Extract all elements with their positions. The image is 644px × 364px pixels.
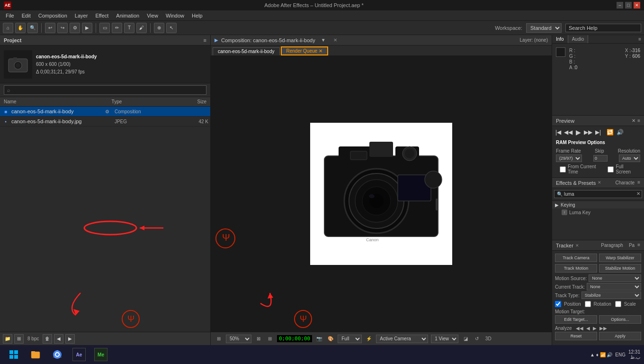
close-button[interactable]: ✕ bbox=[634, 2, 640, 9]
preview-close-btn[interactable]: ✕ bbox=[632, 118, 635, 123]
new-comp-btn[interactable]: ⊞ bbox=[14, 334, 24, 344]
reset-button[interactable]: Reset bbox=[555, 332, 597, 340]
play-btn[interactable]: ▶ bbox=[574, 128, 582, 136]
apply-button[interactable]: Apply bbox=[599, 332, 641, 340]
comp-header-arrow[interactable]: ▼ bbox=[321, 37, 326, 43]
menu-window[interactable]: Window bbox=[162, 12, 188, 19]
track-motion-button[interactable]: Track Motion bbox=[555, 264, 597, 273]
tab-audio[interactable]: Audio bbox=[568, 35, 589, 43]
from-current-time-checkbox[interactable] bbox=[560, 166, 566, 173]
tracker-menu-btn[interactable]: ≡ bbox=[637, 242, 640, 248]
current-track-select[interactable]: None bbox=[587, 283, 641, 291]
loop-btn[interactable]: 🔁 bbox=[606, 128, 614, 136]
track-type-select[interactable]: Stabilize bbox=[581, 291, 641, 299]
comp-aspect-btn[interactable]: ⊠ bbox=[254, 335, 263, 343]
menu-layer[interactable]: Layer bbox=[71, 12, 92, 19]
after-effects-btn[interactable]: Ae bbox=[69, 346, 89, 363]
toolbar-anchor[interactable]: ⊕ bbox=[154, 23, 164, 33]
search-help-input[interactable] bbox=[565, 24, 641, 32]
toolbar-selection[interactable]: ↖ bbox=[166, 23, 177, 33]
info-panel-menu[interactable]: ≡ bbox=[635, 35, 644, 43]
step-fwd-btn[interactable]: ▶▶ bbox=[584, 128, 592, 136]
luma-key-effect[interactable]: f Luma Key bbox=[552, 209, 644, 216]
new-folder-btn[interactable]: 📁 bbox=[3, 334, 12, 344]
rotation-checkbox[interactable] bbox=[585, 301, 591, 307]
skip-input[interactable] bbox=[593, 155, 608, 162]
toolbar-text[interactable]: T bbox=[124, 23, 134, 33]
resolution-select[interactable]: Auto Full Half bbox=[619, 155, 640, 162]
toolbar-rect[interactable]: ▭ bbox=[99, 23, 110, 33]
options-button[interactable]: Options... bbox=[599, 315, 641, 324]
tab-comp-main[interactable]: canon-eos-5d-mark-ii-body bbox=[213, 47, 280, 55]
workspace-select[interactable]: Standard bbox=[526, 23, 562, 33]
audio-btn[interactable]: 🔊 bbox=[616, 128, 624, 136]
preview-menu-btn[interactable]: ≡ bbox=[637, 118, 640, 123]
full-screen-checkbox[interactable] bbox=[608, 166, 614, 173]
menu-effect[interactable]: Effect bbox=[91, 12, 112, 19]
toolbar-render[interactable]: ▶ bbox=[82, 23, 92, 33]
project-search-input[interactable] bbox=[4, 85, 206, 95]
view-select[interactable]: Active Camera bbox=[376, 335, 428, 343]
color-mgmt-btn[interactable]: 🎨 bbox=[326, 335, 335, 343]
menu-help[interactable]: Help bbox=[188, 12, 206, 19]
effects-menu-btn[interactable]: ≡ bbox=[637, 180, 640, 186]
menu-edit[interactable]: Edit bbox=[18, 12, 35, 19]
project-panel-menu-icon[interactable]: ≡ bbox=[204, 37, 206, 43]
scale-checkbox[interactable] bbox=[615, 301, 621, 307]
edit-target-button[interactable]: Edit Target... bbox=[555, 315, 597, 324]
reset-exposure-btn[interactable]: ↺ bbox=[473, 335, 481, 343]
analyze-fwd-one-icon[interactable]: ▶ bbox=[593, 326, 597, 331]
paragraph-tab[interactable]: Paragraph bbox=[599, 242, 625, 248]
fit-to-comp-btn[interactable]: ⊞ bbox=[215, 335, 223, 343]
goto-end-btn[interactable]: ▶| bbox=[594, 128, 602, 136]
step-back-btn[interactable]: ◀◀ bbox=[564, 128, 572, 136]
quality-select[interactable]: Full Half Third bbox=[338, 335, 362, 343]
menu-composition[interactable]: Composition bbox=[35, 12, 71, 19]
fast-preview-btn[interactable]: ⚡ bbox=[365, 335, 373, 343]
warp-stabilizer-button[interactable]: Warp Stabilizer bbox=[599, 254, 641, 262]
motion-source-select[interactable]: None bbox=[589, 274, 641, 282]
prev-btn-proj[interactable]: ◀ bbox=[54, 334, 63, 344]
3d-btn[interactable]: 3D bbox=[484, 335, 492, 343]
tab-info[interactable]: Info bbox=[552, 35, 568, 43]
menu-animation[interactable]: Animation bbox=[112, 12, 143, 19]
table-row[interactable]: ▪ canon-eos-5d-mark-ii-body.jpg JPEG 42 … bbox=[0, 117, 210, 127]
toolbar-settings[interactable]: ⚙ bbox=[70, 23, 80, 33]
menu-view[interactable]: View bbox=[143, 12, 162, 19]
toolbar-paint[interactable]: 🖌 bbox=[136, 23, 147, 33]
character-tab[interactable]: Characte bbox=[614, 180, 637, 186]
toolbar-redo[interactable]: ↪ bbox=[57, 23, 68, 33]
maximize-button[interactable]: □ bbox=[625, 2, 632, 9]
next-btn-proj[interactable]: ▶ bbox=[65, 334, 75, 344]
effects-search-input[interactable] bbox=[554, 190, 642, 198]
effects-close-btn[interactable]: ✕ bbox=[598, 180, 601, 186]
toolbar-home[interactable]: ⌂ bbox=[3, 23, 13, 33]
trash-btn[interactable]: 🗑 bbox=[43, 334, 52, 344]
effects-search-clear[interactable]: ✕ bbox=[636, 191, 640, 196]
media-encoder-btn[interactable]: Me bbox=[91, 346, 111, 363]
windows-start-btn[interactable] bbox=[4, 346, 24, 363]
stabilize-motion-button[interactable]: Stabilize Motion bbox=[599, 264, 641, 273]
chrome-btn[interactable] bbox=[47, 346, 67, 363]
zoom-select[interactable]: 50% 100% bbox=[226, 335, 251, 343]
toolbar-undo[interactable]: ↩ bbox=[45, 23, 55, 33]
menu-file[interactable]: File bbox=[2, 12, 18, 19]
effects-group-keying-header[interactable]: ▶ Keying bbox=[552, 201, 644, 209]
pa-tab[interactable]: Pa bbox=[627, 242, 636, 248]
analyze-fwd-icon[interactable]: ▶▶ bbox=[599, 326, 607, 331]
comp-header-close[interactable]: ✕ bbox=[333, 37, 337, 43]
render-queue-tab-close[interactable]: ✕ bbox=[319, 48, 322, 54]
frame-rate-select[interactable]: (29/97) bbox=[556, 155, 582, 162]
analyze-back-icon[interactable]: ◀◀ bbox=[576, 326, 583, 331]
toolbar-pen[interactable]: ✏ bbox=[112, 23, 122, 33]
comp-grid-btn[interactable]: ⊞ bbox=[266, 335, 274, 343]
toolbar-zoom[interactable]: 🔍 bbox=[27, 23, 38, 33]
toolbar-hand[interactable]: ✋ bbox=[15, 23, 26, 33]
track-camera-button[interactable]: Track Camera bbox=[555, 254, 597, 262]
tab-render-queue[interactable]: Render Queue ✕ bbox=[281, 46, 328, 55]
camera-capture-btn[interactable]: 📷 bbox=[315, 335, 323, 343]
analyze-back-one-icon[interactable]: ◀ bbox=[586, 326, 590, 331]
overlay-btn[interactable]: ◪ bbox=[461, 335, 470, 343]
minimize-button[interactable]: – bbox=[617, 2, 623, 9]
tracker-close-btn[interactable]: ✕ bbox=[575, 243, 579, 248]
